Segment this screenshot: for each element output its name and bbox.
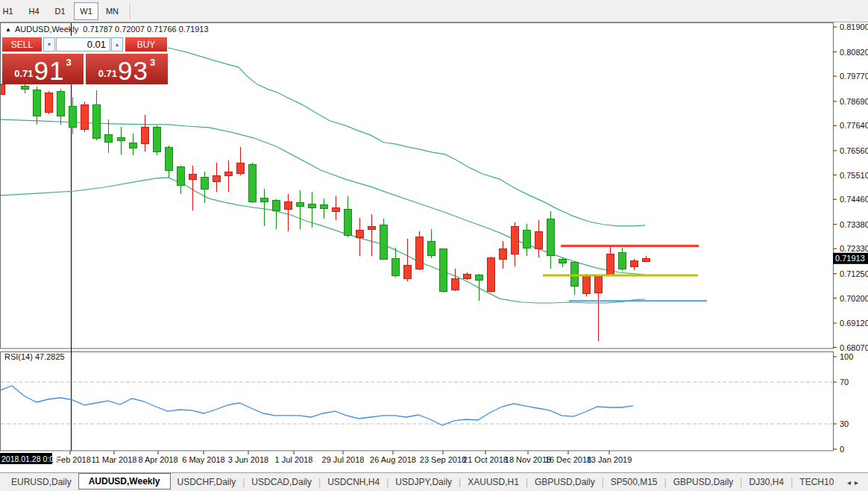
sell-price-button[interactable]: 0.71 91 3 — [2, 54, 84, 84]
tab-usdcad-daily[interactable]: USDCAD,Daily — [245, 475, 318, 490]
buy-price-sup: 3 — [150, 57, 155, 68]
svg-text:26 Aug 2018: 26 Aug 2018 — [370, 455, 416, 464]
svg-text:8 Apr 2018: 8 Apr 2018 — [138, 455, 177, 464]
one-click-trading-panel: SELL ▼ 0.01 ▲ BUY 0.71 91 3 0.71 93 3 — [1, 36, 168, 84]
sell-price-big: 91 — [34, 58, 65, 83]
tab-usdchf-daily[interactable]: USDCHF,Daily — [171, 475, 243, 490]
svg-text:21 Oct 2018: 21 Oct 2018 — [463, 455, 508, 464]
svg-text:16 Dec 2018: 16 Dec 2018 — [545, 455, 591, 464]
tab-usdcnh-h4[interactable]: USDCNH,H4 — [321, 475, 386, 490]
main-pane — [0, 47, 707, 342]
svg-text:6 May 2018: 6 May 2018 — [182, 455, 224, 464]
svg-text:0.76560: 0.76560 — [840, 146, 868, 155]
candles — [0, 47, 650, 342]
svg-text:11 Mar 2018: 11 Mar 2018 — [92, 455, 137, 464]
chart-title-arrow-icon[interactable]: ▲ — [5, 26, 11, 33]
tab-scroll-right-icon[interactable]: ▸ — [855, 478, 862, 487]
price-axis: 0.819000.808200.797700.786900.776400.765… — [833, 22, 868, 454]
svg-text:70: 70 — [840, 378, 849, 387]
tab-gbpusd-daily-2[interactable]: GBPUSD,Daily — [667, 475, 740, 490]
svg-text:0.71913: 0.71913 — [835, 254, 865, 263]
svg-text:0.81900: 0.81900 — [840, 22, 868, 31]
tab-dj30-h4[interactable]: DJ30,H4 — [742, 475, 790, 490]
tab-gbpusd-daily[interactable]: GBPUSD,Daily — [528, 475, 602, 490]
chart-tabs: EURUSD,DailyAUDUSD,WeeklyUSDCHF,Daily|US… — [4, 475, 840, 490]
tab-scroll-arrows: ◂▸ — [847, 478, 862, 487]
svg-text:1 Jul 2018: 1 Jul 2018 — [275, 455, 313, 464]
svg-text:30: 30 — [840, 419, 849, 428]
rsi-pane — [0, 386, 633, 425]
volume-increase-button[interactable]: ▲ — [111, 37, 123, 51]
svg-text:0.73380: 0.73380 — [840, 220, 868, 229]
svg-text:0: 0 — [840, 445, 844, 454]
rsi-line — [0, 386, 633, 425]
svg-text:0.80820: 0.80820 — [840, 48, 868, 57]
tab-xauusd-h1[interactable]: XAUUSD,H1 — [461, 475, 526, 490]
svg-text:2018.01.28 0:00: 2018.01.28 0:00 — [1, 454, 58, 463]
tab-tech10[interactable]: TECH10 — [793, 475, 840, 490]
buy-price-small: 0.71 — [98, 68, 117, 79]
chevron-down-icon: ▼ — [47, 42, 52, 47]
rsi-label: RSI(14) 47.2825 — [4, 352, 65, 361]
svg-text:29 Jul 2018: 29 Jul 2018 — [322, 455, 365, 464]
chart-tab-bar: EURUSD,DailyAUDUSD,WeeklyUSDCHF,Daily|US… — [0, 472, 868, 491]
volume-decrease-button[interactable]: ▼ — [43, 37, 55, 51]
tab-audusd-weekly[interactable]: AUDUSD,Weekly — [78, 473, 171, 490]
svg-text:3 Jun 2018: 3 Jun 2018 — [228, 455, 268, 464]
svg-text:0.70200: 0.70200 — [840, 294, 868, 303]
mt4-window: H1H4D1W1MN 0.819000.808200.797700.786900… — [0, 0, 868, 491]
chart-title: ▲ AUDUSD,Weekly 0.71787 0.72007 0.71766 … — [5, 25, 209, 34]
svg-text:0.69120: 0.69120 — [840, 319, 868, 328]
sell-button[interactable]: SELL — [2, 37, 42, 51]
buy-price-big: 93 — [118, 58, 148, 83]
svg-text:0.74460: 0.74460 — [840, 195, 868, 204]
svg-text:13 Jan 2019: 13 Jan 2019 — [587, 455, 632, 464]
svg-text:0.79770: 0.79770 — [840, 72, 868, 81]
svg-text:100: 100 — [840, 352, 853, 361]
svg-text:0.72330: 0.72330 — [840, 244, 868, 253]
svg-text:0.68070: 0.68070 — [840, 343, 868, 352]
svg-text:0.78690: 0.78690 — [840, 97, 868, 106]
tab-sp500-m15[interactable]: SP500,M15 — [604, 475, 664, 490]
buy-price-button[interactable]: 0.71 93 3 — [86, 54, 168, 84]
buy-button[interactable]: BUY — [125, 37, 167, 51]
tab-eurusd-daily[interactable]: EURUSD,Daily — [4, 475, 78, 490]
chart-ohlc-values: 0.71787 0.72007 0.71766 0.71913 — [83, 25, 208, 34]
time-axis: 1 Feb 201811 Mar 20188 Apr 20186 May 201… — [0, 451, 632, 464]
tab-scroll-left-icon[interactable]: ◂ — [847, 478, 855, 487]
volume-input[interactable]: 0.01 — [56, 37, 110, 51]
svg-text:0.77640: 0.77640 — [840, 121, 868, 130]
chart-symbol-label: AUDUSD,Weekly — [15, 25, 78, 34]
sell-price-sup: 3 — [66, 57, 72, 68]
tab-usdjpy-daily[interactable]: USDJPY,Daily — [389, 475, 459, 490]
chevron-up-icon: ▲ — [115, 42, 120, 47]
svg-text:23 Sep 2018: 23 Sep 2018 — [420, 455, 466, 464]
sell-price-small: 0.71 — [14, 68, 33, 79]
svg-text:0.71250: 0.71250 — [840, 269, 868, 278]
svg-text:0.75510: 0.75510 — [840, 171, 868, 180]
